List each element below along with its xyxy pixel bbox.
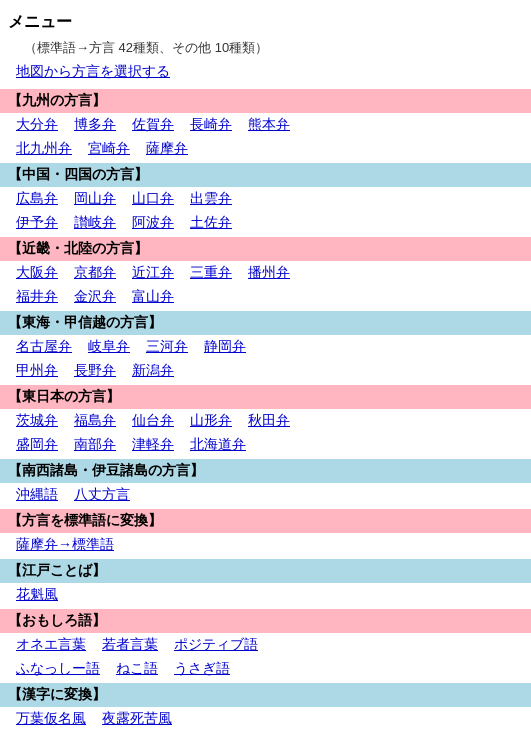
dialect-row-omoshiro-1: ふなっしー語ねこ語うさぎ語	[0, 657, 531, 681]
dialect-link[interactable]: 播州弁	[248, 264, 290, 282]
dialect-link[interactable]: 長崎弁	[190, 116, 232, 134]
section-east-japan: 【東日本の方言】茨城弁福島弁仙台弁山形弁秋田弁盛岡弁南部弁津軽弁北海道弁	[0, 385, 531, 457]
dialect-link[interactable]: 仙台弁	[132, 412, 174, 430]
dialect-link[interactable]: 北海道弁	[190, 436, 246, 454]
dialect-row-dialect-to-standard-0: 薩摩弁→標準語	[0, 533, 531, 557]
dialect-link[interactable]: 三河弁	[146, 338, 188, 356]
section-dialect-to-standard: 【方言を標準語に変換】薩摩弁→標準語	[0, 509, 531, 557]
dialect-link[interactable]: 宮崎弁	[88, 140, 130, 158]
dialect-link[interactable]: 北九州弁	[16, 140, 72, 158]
section-southwest: 【南西諸島・伊豆諸島の方言】沖縄語八丈方言	[0, 459, 531, 507]
dialect-link[interactable]: 土佐弁	[190, 214, 232, 232]
dialect-row-chugoku-shikoku-0: 広島弁岡山弁山口弁出雲弁	[0, 187, 531, 211]
section-header-chugoku-shikoku: 【中国・四国の方言】	[0, 163, 531, 187]
dialect-link[interactable]: 夜露死苦風	[102, 710, 172, 728]
dialect-link[interactable]: 金沢弁	[74, 288, 116, 306]
dialect-link[interactable]: 阿波弁	[132, 214, 174, 232]
dialect-link[interactable]: 熊本弁	[248, 116, 290, 134]
section-omoshiro: 【おもしろ語】オネエ言葉若者言葉ポジティブ語ふなっしー語ねこ語うさぎ語	[0, 609, 531, 681]
dialect-link[interactable]: うさぎ語	[174, 660, 230, 678]
section-header-kyushu: 【九州の方言】	[0, 89, 531, 113]
menu-title: メニュー	[0, 8, 531, 37]
dialect-link[interactable]: 博多弁	[74, 116, 116, 134]
dialect-link[interactable]: 大阪弁	[16, 264, 58, 282]
dialect-row-edo-0: 花魁風	[0, 583, 531, 607]
dialect-link[interactable]: 福島弁	[74, 412, 116, 430]
dialect-link[interactable]: 盛岡弁	[16, 436, 58, 454]
dialect-link[interactable]: オネエ言葉	[16, 636, 86, 654]
dialect-row-omoshiro-0: オネエ言葉若者言葉ポジティブ語	[0, 633, 531, 657]
dialect-link[interactable]: 広島弁	[16, 190, 58, 208]
dialect-row-kinki-0: 大阪弁京都弁近江弁三重弁播州弁	[0, 261, 531, 285]
section-header-dialect-to-standard: 【方言を標準語に変換】	[0, 509, 531, 533]
dialect-link[interactable]: 甲州弁	[16, 362, 58, 380]
dialect-link[interactable]: 岡山弁	[74, 190, 116, 208]
dialect-row-east-japan-1: 盛岡弁南部弁津軽弁北海道弁	[0, 433, 531, 457]
dialect-link[interactable]: 万葉仮名風	[16, 710, 86, 728]
dialect-link[interactable]: 近江弁	[132, 264, 174, 282]
section-kyushu: 【九州の方言】大分弁博多弁佐賀弁長崎弁熊本弁北九州弁宮崎弁薩摩弁	[0, 89, 531, 161]
dialect-link[interactable]: 秋田弁	[248, 412, 290, 430]
dialect-link[interactable]: 沖縄語	[16, 486, 58, 504]
dialect-link[interactable]: 京都弁	[74, 264, 116, 282]
dialect-link[interactable]: 若者言葉	[102, 636, 158, 654]
dialect-link[interactable]: 三重弁	[190, 264, 232, 282]
dialect-row-tokai-1: 甲州弁長野弁新潟弁	[0, 359, 531, 383]
dialect-link[interactable]: 大分弁	[16, 116, 58, 134]
dialect-link[interactable]: 伊予弁	[16, 214, 58, 232]
map-link[interactable]: 地図から方言を選択する	[0, 61, 531, 87]
dialect-link[interactable]: 讃岐弁	[74, 214, 116, 232]
section-header-edo: 【江戸ことば】	[0, 559, 531, 583]
dialect-row-southwest-0: 沖縄語八丈方言	[0, 483, 531, 507]
dialect-link[interactable]: 岐阜弁	[88, 338, 130, 356]
dialect-row-kinki-1: 福井弁金沢弁富山弁	[0, 285, 531, 309]
dialect-link[interactable]: 南部弁	[74, 436, 116, 454]
section-tokai: 【東海・甲信越の方言】名古屋弁岐阜弁三河弁静岡弁甲州弁長野弁新潟弁	[0, 311, 531, 383]
section-header-east-japan: 【東日本の方言】	[0, 385, 531, 409]
dialect-link[interactable]: ポジティブ語	[174, 636, 258, 654]
dialect-link[interactable]: 山形弁	[190, 412, 232, 430]
dialect-row-kanji-0: 万葉仮名風夜露死苦風	[0, 707, 531, 731]
dialect-link[interactable]: 茨城弁	[16, 412, 58, 430]
dialect-row-chugoku-shikoku-1: 伊予弁讃岐弁阿波弁土佐弁	[0, 211, 531, 235]
dialect-link[interactable]: ふなっしー語	[16, 660, 100, 678]
section-kanji: 【漢字に変換】万葉仮名風夜露死苦風	[0, 683, 531, 731]
section-edo: 【江戸ことば】花魁風	[0, 559, 531, 607]
dialect-link[interactable]: ねこ語	[116, 660, 158, 678]
dialect-link[interactable]: 薩摩弁	[146, 140, 188, 158]
dialect-row-kyushu-1: 北九州弁宮崎弁薩摩弁	[0, 137, 531, 161]
dialect-link[interactable]: 長野弁	[74, 362, 116, 380]
dialect-link[interactable]: 富山弁	[132, 288, 174, 306]
dialect-link[interactable]: 花魁風	[16, 586, 58, 604]
dialect-link[interactable]: 佐賀弁	[132, 116, 174, 134]
section-kinki: 【近畿・北陸の方言】大阪弁京都弁近江弁三重弁播州弁福井弁金沢弁富山弁	[0, 237, 531, 309]
dialect-link[interactable]: 福井弁	[16, 288, 58, 306]
section-chugoku-shikoku: 【中国・四国の方言】広島弁岡山弁山口弁出雲弁伊予弁讃岐弁阿波弁土佐弁	[0, 163, 531, 235]
section-header-kanji: 【漢字に変換】	[0, 683, 531, 707]
dialect-link[interactable]: 津軽弁	[132, 436, 174, 454]
dialect-row-east-japan-0: 茨城弁福島弁仙台弁山形弁秋田弁	[0, 409, 531, 433]
dialect-link[interactable]: 薩摩弁→標準語	[16, 536, 114, 554]
section-header-southwest: 【南西諸島・伊豆諸島の方言】	[0, 459, 531, 483]
dialect-row-tokai-0: 名古屋弁岐阜弁三河弁静岡弁	[0, 335, 531, 359]
section-header-kinki: 【近畿・北陸の方言】	[0, 237, 531, 261]
dialect-link[interactable]: 八丈方言	[74, 486, 130, 504]
dialect-link[interactable]: 出雲弁	[190, 190, 232, 208]
section-header-tokai: 【東海・甲信越の方言】	[0, 311, 531, 335]
subtitle: （標準語→方言 42種類、その他 10種類）	[0, 37, 531, 61]
dialect-row-kyushu-0: 大分弁博多弁佐賀弁長崎弁熊本弁	[0, 113, 531, 137]
dialect-link[interactable]: 新潟弁	[132, 362, 174, 380]
dialect-link[interactable]: 山口弁	[132, 190, 174, 208]
dialect-link[interactable]: 名古屋弁	[16, 338, 72, 356]
dialect-link[interactable]: 静岡弁	[204, 338, 246, 356]
section-header-omoshiro: 【おもしろ語】	[0, 609, 531, 633]
